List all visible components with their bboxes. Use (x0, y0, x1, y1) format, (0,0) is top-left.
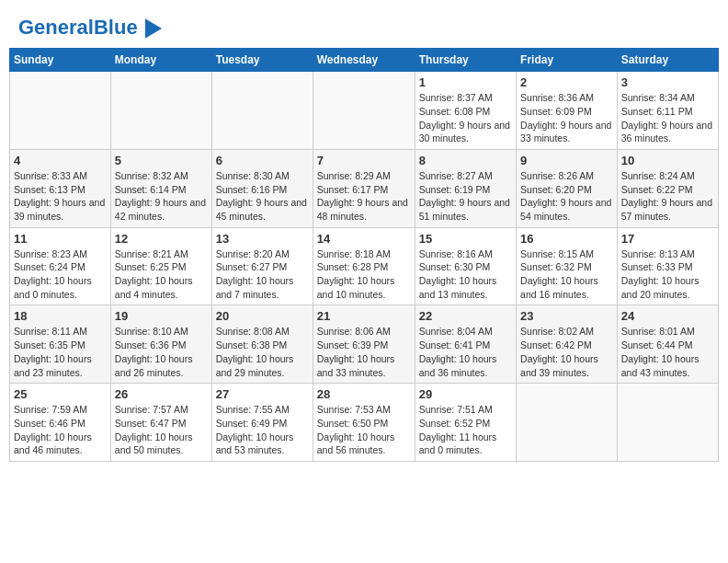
day-info: Sunrise: 8:08 AM Sunset: 6:38 PM Dayligh… (216, 325, 309, 379)
day-of-week-header: Wednesday (313, 49, 415, 72)
day-number: 2 (520, 75, 613, 89)
day-number: 9 (520, 154, 613, 167)
day-info: Sunrise: 8:23 AM Sunset: 6:24 PM Dayligh… (14, 247, 107, 302)
calendar-cell: 5Sunrise: 8:32 AM Sunset: 6:14 PM Daylig… (110, 149, 211, 227)
calendar-cell (211, 72, 313, 150)
day-info: Sunrise: 8:37 AM Sunset: 6:08 PM Dayligh… (419, 91, 512, 145)
day-info: Sunrise: 8:24 AM Sunset: 6:22 PM Dayligh… (621, 169, 714, 224)
logo-blue: Blue (94, 16, 138, 39)
calendar-cell: 15Sunrise: 8:16 AM Sunset: 6:30 PM Dayli… (415, 227, 516, 305)
day-info: Sunrise: 7:55 AM Sunset: 6:49 PM Dayligh… (216, 403, 309, 457)
day-info: Sunrise: 8:29 AM Sunset: 6:17 PM Dayligh… (317, 169, 411, 224)
calendar-cell: 9Sunrise: 8:26 AM Sunset: 6:20 PM Daylig… (517, 149, 618, 227)
day-info: Sunrise: 8:02 AM Sunset: 6:42 PM Dayligh… (520, 325, 613, 379)
day-info: Sunrise: 7:57 AM Sunset: 6:47 PM Dayligh… (115, 403, 208, 457)
day-info: Sunrise: 8:16 AM Sunset: 6:30 PM Dayligh… (419, 247, 512, 302)
day-number: 23 (520, 309, 613, 323)
day-number: 26 (115, 387, 208, 401)
day-info: Sunrise: 8:34 AM Sunset: 6:11 PM Dayligh… (621, 91, 714, 145)
day-info: Sunrise: 8:33 AM Sunset: 6:13 PM Dayligh… (14, 169, 107, 224)
day-info: Sunrise: 8:20 AM Sunset: 6:27 PM Dayligh… (216, 247, 309, 302)
day-number: 19 (115, 309, 208, 323)
day-info: Sunrise: 8:04 AM Sunset: 6:41 PM Dayligh… (419, 325, 512, 379)
day-info: Sunrise: 8:21 AM Sunset: 6:25 PM Dayligh… (115, 247, 208, 302)
day-number: 16 (520, 232, 613, 246)
calendar-cell: 7Sunrise: 8:29 AM Sunset: 6:17 PM Daylig… (313, 149, 415, 227)
calendar-cell: 27Sunrise: 7:55 AM Sunset: 6:49 PM Dayli… (211, 384, 313, 462)
day-number: 21 (317, 309, 411, 323)
calendar-week-row: 1Sunrise: 8:37 AM Sunset: 6:08 PM Daylig… (10, 72, 719, 150)
calendar-cell: 12Sunrise: 8:21 AM Sunset: 6:25 PM Dayli… (110, 227, 211, 305)
calendar-cell: 6Sunrise: 8:30 AM Sunset: 6:16 PM Daylig… (211, 149, 313, 227)
day-info: Sunrise: 8:36 AM Sunset: 6:09 PM Dayligh… (520, 91, 613, 145)
day-number: 15 (419, 232, 512, 246)
calendar-table: SundayMondayTuesdayWednesdayThursdayFrid… (9, 48, 719, 462)
calendar-week-row: 11Sunrise: 8:23 AM Sunset: 6:24 PM Dayli… (10, 227, 719, 305)
day-info: Sunrise: 8:11 AM Sunset: 6:35 PM Dayligh… (14, 325, 107, 379)
day-of-week-header: Thursday (415, 49, 516, 72)
day-number: 12 (115, 232, 208, 246)
calendar-cell (10, 72, 111, 150)
page-header: GeneralBlue (9, 9, 719, 42)
logo: GeneralBlue (18, 17, 162, 39)
calendar-cell: 4Sunrise: 8:33 AM Sunset: 6:13 PM Daylig… (10, 149, 111, 227)
day-number: 17 (621, 232, 714, 246)
day-number: 1 (419, 75, 512, 89)
day-of-week-header: Friday (517, 49, 618, 72)
calendar-cell: 21Sunrise: 8:06 AM Sunset: 6:39 PM Dayli… (313, 305, 415, 384)
calendar-week-row: 18Sunrise: 8:11 AM Sunset: 6:35 PM Dayli… (10, 305, 719, 384)
calendar-cell: 29Sunrise: 7:51 AM Sunset: 6:52 PM Dayli… (415, 384, 516, 462)
calendar-cell: 10Sunrise: 8:24 AM Sunset: 6:22 PM Dayli… (617, 149, 718, 227)
day-of-week-header: Tuesday (211, 49, 313, 72)
day-number: 5 (115, 154, 208, 167)
calendar-cell (110, 72, 211, 150)
calendar-cell: 19Sunrise: 8:10 AM Sunset: 6:36 PM Dayli… (110, 305, 211, 384)
day-number: 10 (621, 154, 714, 167)
day-info: Sunrise: 7:53 AM Sunset: 6:50 PM Dayligh… (317, 403, 411, 457)
day-number: 11 (14, 232, 107, 246)
day-info: Sunrise: 8:32 AM Sunset: 6:14 PM Dayligh… (115, 169, 208, 224)
calendar-cell: 3Sunrise: 8:34 AM Sunset: 6:11 PM Daylig… (617, 72, 718, 150)
day-number: 4 (14, 154, 107, 167)
calendar-header-row: SundayMondayTuesdayWednesdayThursdayFrid… (10, 49, 719, 72)
day-number: 18 (14, 309, 107, 323)
calendar-cell: 24Sunrise: 8:01 AM Sunset: 6:44 PM Dayli… (617, 305, 718, 384)
calendar-cell: 8Sunrise: 8:27 AM Sunset: 6:19 PM Daylig… (415, 149, 516, 227)
calendar-cell: 13Sunrise: 8:20 AM Sunset: 6:27 PM Dayli… (211, 227, 313, 305)
day-info: Sunrise: 8:13 AM Sunset: 6:33 PM Dayligh… (621, 247, 714, 302)
calendar-cell (517, 384, 618, 462)
day-info: Sunrise: 8:06 AM Sunset: 6:39 PM Dayligh… (317, 325, 411, 379)
day-info: Sunrise: 8:30 AM Sunset: 6:16 PM Dayligh… (216, 169, 309, 224)
calendar-cell: 26Sunrise: 7:57 AM Sunset: 6:47 PM Dayli… (110, 384, 211, 462)
day-number: 6 (216, 154, 309, 167)
logo-text: GeneralBlue (18, 17, 162, 39)
day-info: Sunrise: 8:27 AM Sunset: 6:19 PM Dayligh… (419, 169, 512, 224)
calendar-cell: 23Sunrise: 8:02 AM Sunset: 6:42 PM Dayli… (517, 305, 618, 384)
calendar-cell: 2Sunrise: 8:36 AM Sunset: 6:09 PM Daylig… (517, 72, 618, 150)
calendar-cell: 11Sunrise: 8:23 AM Sunset: 6:24 PM Dayli… (10, 227, 111, 305)
calendar-cell: 16Sunrise: 8:15 AM Sunset: 6:32 PM Dayli… (517, 227, 618, 305)
day-info: Sunrise: 7:51 AM Sunset: 6:52 PM Dayligh… (419, 403, 512, 457)
calendar-cell: 22Sunrise: 8:04 AM Sunset: 6:41 PM Dayli… (415, 305, 516, 384)
calendar-cell: 20Sunrise: 8:08 AM Sunset: 6:38 PM Dayli… (211, 305, 313, 384)
calendar-cell (617, 384, 718, 462)
svg-marker-0 (145, 18, 162, 39)
logo-icon (145, 18, 162, 39)
day-info: Sunrise: 8:26 AM Sunset: 6:20 PM Dayligh… (520, 169, 613, 224)
day-number: 29 (419, 387, 512, 401)
calendar-cell: 28Sunrise: 7:53 AM Sunset: 6:50 PM Dayli… (313, 384, 415, 462)
calendar-week-row: 25Sunrise: 7:59 AM Sunset: 6:46 PM Dayli… (10, 384, 719, 462)
calendar-cell: 1Sunrise: 8:37 AM Sunset: 6:08 PM Daylig… (415, 72, 516, 150)
day-info: Sunrise: 8:01 AM Sunset: 6:44 PM Dayligh… (621, 325, 714, 379)
day-number: 27 (216, 387, 309, 401)
calendar-cell (313, 72, 415, 150)
calendar-week-row: 4Sunrise: 8:33 AM Sunset: 6:13 PM Daylig… (10, 149, 719, 227)
calendar-cell: 14Sunrise: 8:18 AM Sunset: 6:28 PM Dayli… (313, 227, 415, 305)
day-number: 24 (621, 309, 714, 323)
calendar-cell: 18Sunrise: 8:11 AM Sunset: 6:35 PM Dayli… (10, 305, 111, 384)
logo-general: General (18, 16, 94, 39)
calendar-cell: 17Sunrise: 8:13 AM Sunset: 6:33 PM Dayli… (617, 227, 718, 305)
day-number: 14 (317, 232, 411, 246)
day-info: Sunrise: 7:59 AM Sunset: 6:46 PM Dayligh… (14, 403, 107, 457)
day-number: 13 (216, 232, 309, 246)
